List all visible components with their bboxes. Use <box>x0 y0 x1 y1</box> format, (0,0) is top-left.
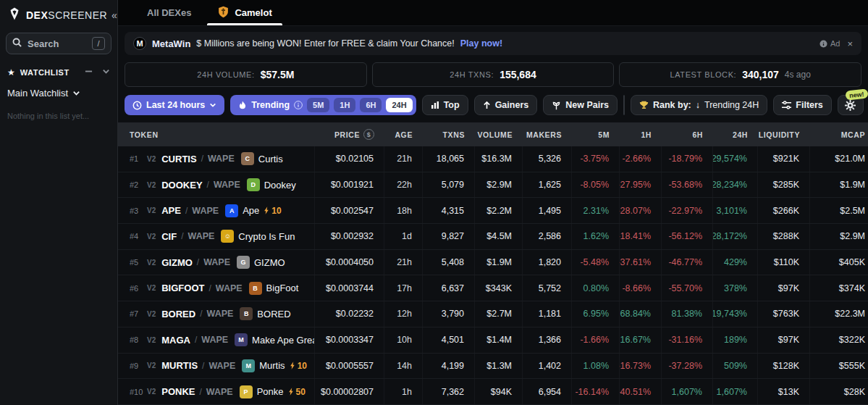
quote-symbol: WAPE <box>203 257 230 267</box>
table-row[interactable]: #9 V2 MURTIS / WAPE M Murtis 10 $0.00055… <box>118 354 868 380</box>
rank-by-button[interactable]: Rank by: ↓ Trending 24H <box>631 95 767 115</box>
quote-symbol: WAPE <box>188 231 215 241</box>
volume-cell: $2.2M <box>475 198 523 223</box>
currency-toggle-icon[interactable]: $ <box>363 129 374 140</box>
tab-all-dexes[interactable]: All DEXes <box>134 0 204 25</box>
profile-filter-toggle[interactable]: ✓ <box>624 96 625 114</box>
token-icon: G <box>237 256 250 269</box>
interval-24h[interactable]: 24H <box>386 98 412 112</box>
col-txns[interactable]: TXNS <box>423 130 475 139</box>
quote-symbol: WAPE <box>208 361 235 371</box>
ad-cta-link[interactable]: Play now! <box>460 38 502 49</box>
col-token[interactable]: TOKEN <box>118 130 315 139</box>
stats-bar: 24H VOLUME: $57.5M 24H TXNS: 155,684 LAT… <box>125 62 861 87</box>
mcap-cell: $22.3M <box>810 301 868 327</box>
table-row[interactable]: #2 V2 DOOKEY / WAPE D Dookey $0.001921 2… <box>118 172 868 199</box>
pair-slash: / <box>197 257 199 267</box>
ad-banner[interactable]: M MetaWin $ Millions are being WON! Ente… <box>125 32 861 55</box>
col-volume[interactable]: VOLUME <box>475 130 523 139</box>
watchlist-selector[interactable]: Main Watchlist <box>0 80 117 100</box>
col-price[interactable]: PRICE $ <box>315 129 384 140</box>
table-row[interactable]: #1 V2 CURTIS / WAPE C Curtis $0.02105 21… <box>118 146 868 172</box>
col-mcap[interactable]: MCAP <box>810 130 868 139</box>
change-1h-cell: 16.67% <box>620 327 662 353</box>
change-6h-cell: -56.12% <box>662 224 713 249</box>
price-cell: $0.0003744 <box>315 275 384 301</box>
col-6h[interactable]: 6H <box>662 130 713 139</box>
change-6h-cell: -37.28% <box>662 354 713 379</box>
token-cell: #4 V2 CIF / WAPE ☺ Crypto Is Fun <box>118 224 315 249</box>
token-icon: B <box>240 307 253 320</box>
liquidity-cell: $288K <box>758 224 810 249</box>
token-cell: #3 V2 APE / WAPE A Ape 10 <box>118 198 315 223</box>
table-row[interactable]: #3 V2 APE / WAPE A Ape 10 $0.002547 18h … <box>118 198 868 224</box>
sort-direction-arrow: ↓ <box>696 100 700 110</box>
token-rank: #6 <box>130 284 143 293</box>
rank-by-value: Trending 24H <box>704 100 759 110</box>
info-icon <box>819 40 827 48</box>
col-5m[interactable]: 5M <box>572 130 620 139</box>
filters-button[interactable]: Filters <box>773 95 832 115</box>
table-row[interactable]: #6 V2 BIGFOOT / WAPE B BigFoot $0.000374… <box>118 275 868 301</box>
dex-version-badge: V2 <box>147 362 156 369</box>
age-cell: 18h <box>384 198 423 223</box>
table-row[interactable]: #10 V2 PONKE / WAPE P Ponke 50 $0.000028… <box>118 379 868 405</box>
settings-button[interactable]: new! <box>838 95 864 115</box>
token-symbol: MURTIS <box>161 360 198 371</box>
dex-version-badge: V2 <box>147 206 156 214</box>
col-age[interactable]: AGE <box>384 130 423 139</box>
liquidity-cell: $97K <box>758 275 810 301</box>
col-makers[interactable]: MAKERS <box>523 130 572 139</box>
time-range-button[interactable]: Last 24 hours <box>125 95 224 115</box>
table-row[interactable]: #5 V2 GIZMO / WAPE G GIZMO $0.0004050 21… <box>118 250 868 276</box>
token-rank: #7 <box>130 309 143 318</box>
chevron-down-icon[interactable] <box>102 67 110 78</box>
change-6h-cell: -18.79% <box>662 146 713 172</box>
dex-version-badge: V2 <box>147 155 156 163</box>
metawin-logo-icon: M <box>133 37 146 50</box>
token-cell: #7 V2 BORED / WAPE B BORED <box>118 301 315 327</box>
top-button[interactable]: Top <box>422 95 468 115</box>
pair-slash: / <box>181 231 183 241</box>
interval-1h[interactable]: 1H <box>334 98 355 112</box>
col-1h[interactable]: 1H <box>620 130 662 139</box>
table-row[interactable]: #7 V2 BORED / WAPE B BORED $0.02232 12h … <box>118 301 868 327</box>
liquidity-cell: $266K <box>758 198 810 223</box>
minimize-icon[interactable] <box>85 67 93 78</box>
change-24h-cell: 29,574% <box>713 146 758 172</box>
watchlist-title: WATCHLIST <box>20 68 75 77</box>
volume-cell: $2.9M <box>475 172 523 198</box>
gainers-button[interactable]: Gainers <box>474 95 538 115</box>
token-symbol: DOOKEY <box>161 180 202 191</box>
token-name: Ape <box>243 205 259 216</box>
table-row[interactable]: #4 V2 CIF / WAPE ☺ Crypto Is Fun $0.0029… <box>118 224 868 250</box>
makers-cell: 5,752 <box>523 275 572 301</box>
dex-version-badge: V2 <box>147 233 156 241</box>
change-1h-cell: -40.51% <box>620 379 662 404</box>
col-24h[interactable]: 24H <box>713 130 758 139</box>
interval-5m[interactable]: 5M <box>307 98 329 112</box>
col-liquidity[interactable]: LIQUIDITY <box>758 130 810 139</box>
change-5m-cell: -8.05% <box>572 172 620 198</box>
interval-6h[interactable]: 6H <box>360 98 382 112</box>
token-cell: #8 V2 MAGA / WAPE M Make Ape Great 50 <box>118 327 315 353</box>
dexscreener-app: DEXSCREENER « Search / ★ WATCHLIST Main … <box>0 0 868 405</box>
liquidity-cell: $285K <box>758 172 810 198</box>
new-pairs-button[interactable]: New Pairs <box>543 95 618 115</box>
change-24h-cell: 509% <box>713 354 758 379</box>
mcap-cell: $374K <box>810 275 868 301</box>
watchlist-empty-text: Nothing in this list yet... <box>0 100 117 132</box>
sidebar-collapse-icon[interactable]: « <box>111 10 117 20</box>
token-rank: #8 <box>130 335 143 344</box>
change-5m-cell: 1.62% <box>572 224 620 249</box>
change-6h-cell: 81.38% <box>662 301 713 327</box>
close-icon[interactable]: × <box>847 38 853 49</box>
price-cell: $0.002547 <box>315 198 384 223</box>
makers-cell: 1,366 <box>523 327 572 353</box>
txns-cell: 3,790 <box>423 301 475 327</box>
table-row[interactable]: #8 V2 MAGA / WAPE M Make Ape Great 50 $0… <box>118 327 868 354</box>
search-input[interactable]: Search / <box>6 33 111 54</box>
tab-camelot[interactable]: Camelot <box>204 0 285 25</box>
txns-cell: 9,827 <box>423 224 475 249</box>
volume-cell: $1.3M <box>475 354 523 379</box>
